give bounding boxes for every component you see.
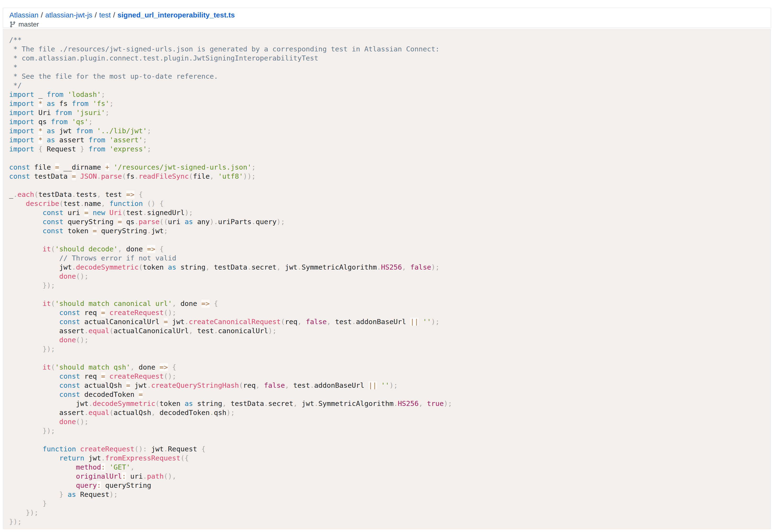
code-token: } xyxy=(43,499,47,508)
code-token: { xyxy=(214,299,218,308)
code-token: , xyxy=(293,399,301,408)
code-token: + xyxy=(105,163,109,171)
code-line: assert.equal(actualCanonicalUrl, test.ca… xyxy=(9,326,768,335)
code-token: , xyxy=(118,245,126,253)
code-token: it xyxy=(43,363,51,371)
code-token: jwt xyxy=(285,263,297,271)
code-token: ( xyxy=(139,263,143,271)
code-token: method xyxy=(76,463,101,471)
code-token: }); xyxy=(9,518,22,526)
code-line: jwt.decodeSymmetric(token as string, tes… xyxy=(9,263,768,272)
code-token: assert xyxy=(9,409,84,417)
code-token: { xyxy=(139,190,143,199)
code-line: import { Request } from 'express'; xyxy=(9,144,768,154)
code-token: signedUrl xyxy=(147,209,184,217)
breadcrumb-link[interactable]: atlassian-jwt-js xyxy=(45,11,92,19)
code-token: import xyxy=(9,127,38,135)
code-token: uri xyxy=(168,218,185,226)
code-token: secret xyxy=(251,263,277,271)
code-token: => xyxy=(147,245,155,253)
code-token: . xyxy=(352,318,356,326)
branch-name[interactable]: master xyxy=(18,21,39,28)
code-token: from xyxy=(76,127,97,135)
branch-indicator[interactable]: master xyxy=(9,20,765,28)
code-token: queryString xyxy=(101,481,151,489)
code-token: || xyxy=(368,381,377,389)
code-line: const token = queryString.jwt; xyxy=(9,226,768,235)
code-token: jwt xyxy=(301,399,314,408)
code-token: import xyxy=(9,118,38,126)
breadcrumb-link[interactable]: Atlassian xyxy=(9,11,39,19)
code-token: . xyxy=(80,199,84,208)
code-token: const xyxy=(59,309,84,317)
code-line: } xyxy=(9,499,768,508)
code-token: . xyxy=(247,263,251,271)
code-token: equal xyxy=(89,327,109,335)
code-token: ); xyxy=(268,327,277,335)
code-token: tests xyxy=(76,190,97,199)
code-token: function xyxy=(109,199,147,208)
code-token: . xyxy=(13,190,17,199)
code-token: createRequest xyxy=(80,445,134,453)
code-token: }); xyxy=(43,427,55,435)
code-token: ); xyxy=(444,399,452,408)
code-line: }); xyxy=(9,426,768,435)
breadcrumb-current-file[interactable]: signed_url_interoperability_test.ts xyxy=(117,11,235,19)
code-line: */ xyxy=(9,81,768,90)
code-token: ; xyxy=(105,109,109,117)
code-token: 'lodash' xyxy=(67,90,101,99)
code-token: jwt xyxy=(130,381,147,389)
code-token: uri xyxy=(126,472,143,480)
code-token: = xyxy=(101,372,105,380)
code-token: test xyxy=(126,209,143,217)
code-token: from xyxy=(89,145,109,153)
code-token: . xyxy=(143,209,147,217)
code-token xyxy=(9,245,43,253)
code-token: import xyxy=(9,145,38,153)
code-token: file xyxy=(34,163,55,171)
code-token: testData xyxy=(230,399,264,408)
code-token: : xyxy=(97,481,101,489)
code-token: ( xyxy=(51,299,55,308)
code-token: = xyxy=(93,227,97,235)
code-token: jwt xyxy=(151,227,164,235)
code-token xyxy=(9,272,59,280)
breadcrumb-link[interactable]: test xyxy=(99,11,111,19)
code-token: ( xyxy=(109,409,113,417)
breadcrumb-separator: / xyxy=(41,11,43,19)
code-token: . xyxy=(251,218,255,226)
code-token: , xyxy=(210,172,218,180)
code-line: jwt.decodeSymmetric(token as string, tes… xyxy=(9,399,768,408)
code-token: , xyxy=(205,263,214,271)
code-token xyxy=(109,163,113,171)
code-token xyxy=(9,199,26,208)
code-token: done xyxy=(126,245,147,253)
code-token: , xyxy=(97,190,105,199)
code-token: HS256 xyxy=(398,399,419,408)
code-token xyxy=(210,299,214,308)
code-token: testData xyxy=(34,172,72,180)
code-line xyxy=(9,154,768,163)
code-token xyxy=(9,345,43,353)
code-line: * The file ./resources/jwt-signed-urls.j… xyxy=(9,44,768,54)
code-token: = xyxy=(118,218,122,226)
code-token: . xyxy=(72,190,76,199)
code-token: function xyxy=(43,445,80,453)
code-token: , xyxy=(101,199,109,208)
code-token: createQueryStringHash xyxy=(151,381,239,389)
code-token: false xyxy=(410,263,431,271)
code-token: from xyxy=(51,118,72,126)
code-line: originalUrl: uri.path(), xyxy=(9,472,768,481)
code-token xyxy=(9,281,43,289)
code-token xyxy=(105,372,109,380)
code-token xyxy=(9,218,43,226)
code-token: _ xyxy=(9,190,13,199)
code-token: . xyxy=(164,445,168,453)
code-line: describe(test.name, function () { xyxy=(9,199,768,208)
code-token: jwt xyxy=(147,445,164,453)
code-token: , xyxy=(130,463,134,471)
code-token: queryString xyxy=(97,227,147,235)
code-token: token xyxy=(67,227,93,235)
code-token: '' xyxy=(381,381,390,389)
code-token: test xyxy=(63,199,80,208)
